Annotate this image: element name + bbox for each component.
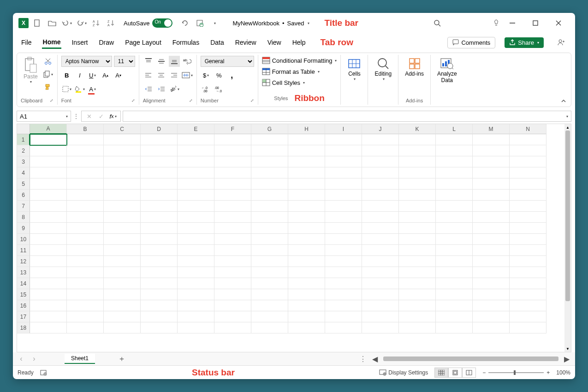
cell-A15[interactable] [30,289,67,300]
cell-I13[interactable] [325,267,362,278]
refresh-icon[interactable] [179,17,191,29]
cell-L14[interactable] [436,278,473,289]
cell-M4[interactable] [473,167,510,178]
cell-M8[interactable] [473,212,510,223]
zoom-in-button[interactable]: + [546,369,550,376]
cell-M15[interactable] [473,289,510,300]
zoom-slider[interactable]: − + [482,369,550,376]
cell-K2[interactable] [399,145,436,156]
number-launcher-icon[interactable]: ⤢ [250,98,254,103]
share-people-icon[interactable] [556,36,568,48]
cell-I1[interactable] [325,134,362,145]
cell-B14[interactable] [67,278,104,289]
cell-A17[interactable] [30,311,67,322]
cell-E18[interactable] [178,322,214,333]
row-header-15[interactable]: 15 [17,289,30,300]
cell-styles-button[interactable]: Cell Styles▾ [262,79,305,86]
cell-M18[interactable] [473,322,510,333]
cell-L8[interactable] [436,212,473,223]
cell-M9[interactable] [473,223,510,234]
cell-M5[interactable] [473,178,510,190]
cell-G15[interactable] [251,289,288,300]
cell-C8[interactable] [104,212,141,223]
select-all-corner[interactable] [17,124,30,134]
cell-E10[interactable] [178,234,214,245]
cell-J4[interactable] [362,167,399,178]
cell-B16[interactable] [67,300,104,311]
cell-I5[interactable] [325,178,362,190]
insert-function-icon[interactable]: fx▾ [107,111,119,122]
underline-button[interactable]: U▾ [87,70,98,81]
row-header-14[interactable]: 14 [17,278,30,289]
cell-M11[interactable] [473,245,510,256]
cell-K6[interactable] [399,190,436,201]
chevron-down-icon[interactable]: ▾ [66,114,68,119]
cell-L4[interactable] [436,167,473,178]
cell-G14[interactable] [251,278,288,289]
copy-icon[interactable]: ▾ [42,69,53,80]
currency-icon[interactable]: $▾ [201,70,212,81]
row-header-9[interactable]: 9 [17,223,30,234]
cell-C15[interactable] [104,289,141,300]
cell-C11[interactable] [104,245,141,256]
cell-D11[interactable] [141,245,178,256]
cell-C13[interactable] [104,267,141,278]
cell-L16[interactable] [436,300,473,311]
font-color-icon[interactable]: A▾ [87,83,98,95]
sheet-nav-next-icon[interactable]: › [30,354,39,363]
cell-F12[interactable] [214,256,251,267]
cell-G18[interactable] [251,322,288,333]
cell-L17[interactable] [436,311,473,322]
scroll-thumb[interactable] [565,131,570,301]
sheet-nav-prev-icon[interactable]: ‹ [17,354,26,363]
cell-F2[interactable] [214,145,251,156]
cell-K3[interactable] [399,156,436,167]
row-header-4[interactable]: 4 [17,167,30,178]
cell-N5[interactable] [510,178,546,190]
cell-J7[interactable] [362,201,399,212]
view-page-layout-icon[interactable] [448,368,462,378]
column-header-H[interactable]: H [288,124,325,134]
cell-N7[interactable] [510,201,546,212]
cell-L18[interactable] [436,322,473,333]
cell-L15[interactable] [436,289,473,300]
cell-N14[interactable] [510,278,546,289]
vertical-scrollbar[interactable]: ▲ ▼ [564,124,571,352]
cell-A5[interactable] [30,178,67,190]
cell-G13[interactable] [251,267,288,278]
zoom-level[interactable]: 100% [556,369,570,376]
cell-L7[interactable] [436,201,473,212]
cell-F6[interactable] [214,190,251,201]
cell-E17[interactable] [178,311,214,322]
cell-F13[interactable] [214,267,251,278]
cell-I3[interactable] [325,156,362,167]
cell-J8[interactable] [362,212,399,223]
cell-F9[interactable] [214,223,251,234]
cell-L10[interactable] [436,234,473,245]
row-header-10[interactable]: 10 [17,234,30,245]
conditional-formatting-button[interactable]: Conditional Formatting▾ [262,57,337,64]
hscroll-left-icon[interactable]: ◀ [370,354,380,363]
decrease-decimal-icon[interactable]: .00→.0 [214,83,225,95]
column-header-E[interactable]: E [178,124,214,134]
cell-H10[interactable] [288,234,325,245]
cell-F18[interactable] [214,322,251,333]
align-right-icon[interactable] [169,70,180,81]
cell-H2[interactable] [288,145,325,156]
cell-B9[interactable] [67,223,104,234]
column-header-D[interactable]: D [141,124,178,134]
tab-page-layout[interactable]: Page Layout [124,37,162,48]
cell-K18[interactable] [399,322,436,333]
cell-F15[interactable] [214,289,251,300]
cell-I9[interactable] [325,223,362,234]
cell-I15[interactable] [325,289,362,300]
undo-icon[interactable]: ▾ [61,17,73,29]
cell-L2[interactable] [436,145,473,156]
scroll-up-icon[interactable]: ▲ [564,124,571,131]
cell-N2[interactable] [510,145,546,156]
cell-H11[interactable] [288,245,325,256]
tab-file[interactable]: File [20,37,33,48]
cell-L12[interactable] [436,256,473,267]
cell-G10[interactable] [251,234,288,245]
cell-H16[interactable] [288,300,325,311]
